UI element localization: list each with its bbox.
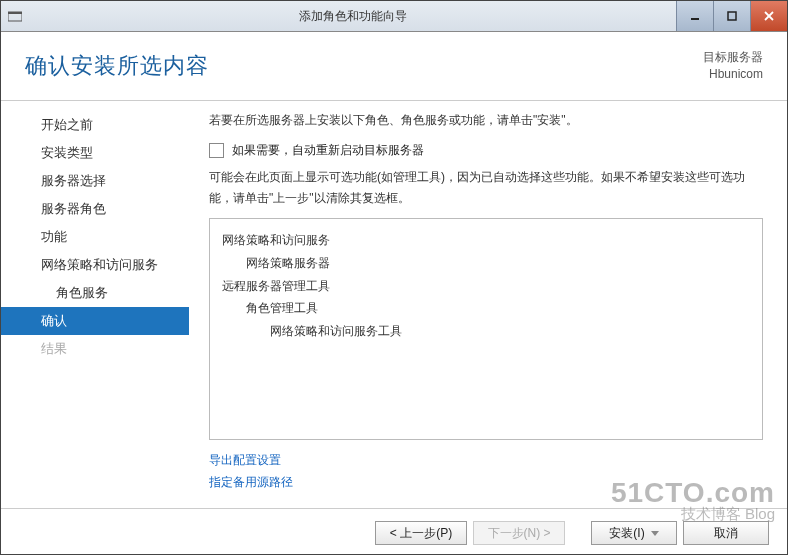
target-server-info: 目标服务器 Hbunicom (703, 49, 763, 83)
step-installation-type[interactable]: 安装类型 (1, 139, 189, 167)
app-icon (1, 1, 29, 31)
selections-panel: 网络策略和访问服务 网络策略服务器 远程服务器管理工具 角色管理工具 网络策略和… (209, 218, 763, 440)
maximize-button[interactable] (713, 1, 750, 31)
step-before-you-begin[interactable]: 开始之前 (1, 111, 189, 139)
minimize-button[interactable] (676, 1, 713, 31)
alternate-source-link[interactable]: 指定备用源路径 (209, 475, 293, 489)
svg-rect-3 (728, 12, 736, 20)
wizard-header: 确认安装所选内容 目标服务器 Hbunicom (1, 32, 787, 101)
selection-item: 网络策略和访问服务 (222, 229, 750, 252)
step-server-selection[interactable]: 服务器选择 (1, 167, 189, 195)
selection-item: 角色管理工具 (222, 297, 750, 320)
target-server-name: Hbunicom (703, 66, 763, 83)
page-title: 确认安装所选内容 (25, 51, 209, 81)
install-button[interactable]: 安装(I) (591, 521, 677, 545)
target-server-label: 目标服务器 (703, 49, 763, 66)
selection-item: 网络策略和访问服务工具 (222, 320, 750, 343)
intro-text: 若要在所选服务器上安装以下角色、角色服务或功能，请单击"安装"。 (209, 111, 763, 130)
svg-rect-1 (8, 12, 22, 14)
auto-restart-row[interactable]: 如果需要，自动重新启动目标服务器 (209, 142, 763, 159)
wizard-footer: < 上一步(P) 下一步(N) > 安装(I) 取消 (1, 508, 787, 555)
step-results: 结果 (1, 335, 189, 363)
cancel-button[interactable]: 取消 (683, 521, 769, 545)
auto-restart-checkbox[interactable] (209, 143, 224, 158)
step-role-services[interactable]: 角色服务 (1, 279, 189, 307)
step-features[interactable]: 功能 (1, 223, 189, 251)
step-npas[interactable]: 网络策略和访问服务 (1, 251, 189, 279)
selection-item: 远程服务器管理工具 (222, 275, 750, 298)
step-confirmation[interactable]: 确认 (1, 307, 189, 335)
selection-item: 网络策略服务器 (222, 252, 750, 275)
wizard-content: 若要在所选服务器上安装以下角色、角色服务或功能，请单击"安装"。 如果需要，自动… (189, 101, 787, 508)
export-config-link[interactable]: 导出配置设置 (209, 453, 281, 467)
wizard-steps-sidebar: 开始之前 安装类型 服务器选择 服务器角色 功能 网络策略和访问服务 角色服务 … (1, 101, 189, 508)
step-server-roles[interactable]: 服务器角色 (1, 195, 189, 223)
auto-restart-label: 如果需要，自动重新启动目标服务器 (232, 142, 424, 159)
window-title: 添加角色和功能向导 (29, 1, 676, 31)
optional-features-note: 可能会在此页面上显示可选功能(如管理工具)，因为已自动选择这些功能。如果不希望安… (209, 167, 763, 208)
close-button[interactable] (750, 1, 787, 31)
next-button: 下一步(N) > (473, 521, 565, 545)
previous-button[interactable]: < 上一步(P) (375, 521, 467, 545)
window-titlebar: 添加角色和功能向导 (1, 1, 787, 32)
